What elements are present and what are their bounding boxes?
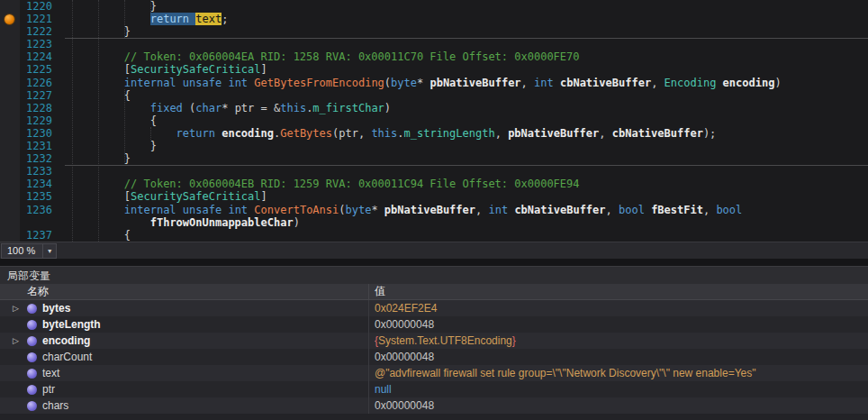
code-line[interactable]: 1222 } <box>0 25 868 38</box>
zoom-level-value: 100 % <box>2 244 42 258</box>
variable-value[interactable]: @"advfirewall firewall set rule group=\"… <box>369 365 868 381</box>
line-number: 1232 <box>20 152 52 165</box>
variable-name-cell: ▷encoding <box>0 333 369 349</box>
line-number: 1224 <box>20 50 52 63</box>
code-line[interactable]: 1232 } <box>0 152 868 165</box>
table-row[interactable]: ptrnull <box>0 381 868 397</box>
variable-icon <box>27 401 37 411</box>
code-line[interactable]: 1221 return text; <box>0 13 868 25</box>
code-line[interactable]: 1220 } <box>0 0 868 13</box>
column-header-name[interactable]: 名称 <box>0 284 369 299</box>
code-text: { <box>72 229 131 242</box>
variable-name: bytes <box>42 302 70 315</box>
variable-icon <box>27 369 37 379</box>
table-row[interactable]: ▷encoding{System.Text.UTF8Encoding} <box>0 333 868 349</box>
variable-icon <box>27 304 37 314</box>
column-header-value[interactable]: 值 <box>369 284 868 299</box>
code-text: [SecuritySafeCritical] <box>72 190 267 203</box>
code-line[interactable]: 1233 <box>0 165 868 178</box>
variable-name: encoding <box>42 334 90 347</box>
line-number: 1235 <box>20 190 52 203</box>
table-row[interactable]: byteLength0x00000048 <box>0 316 868 333</box>
table-row[interactable]: charCount0x00000048 <box>0 349 868 365</box>
code-text: internal unsafe int ConvertToAnsi(byte* … <box>72 204 742 216</box>
code-text: } <box>72 152 131 165</box>
table-row[interactable]: text@"advfirewall firewall set rule grou… <box>0 365 868 381</box>
code-text: } <box>72 140 157 152</box>
code-editor[interactable]: 1220 }1221 return text;1222 }12231224 //… <box>0 0 868 242</box>
variable-name: text <box>42 367 59 379</box>
code-line[interactable]: 1224 // Token: 0x060004EA RID: 1258 RVA:… <box>0 50 868 63</box>
code-lines: 1220 }1221 return text;1222 }12231224 //… <box>0 0 868 242</box>
code-text: return text; <box>72 13 228 25</box>
line-number: 1236 <box>20 204 52 216</box>
variable-icon <box>27 320 37 330</box>
code-line[interactable]: 1237 { <box>0 229 868 242</box>
expand-arrow-icon[interactable]: ▷ <box>13 300 27 316</box>
code-text: } <box>72 25 131 38</box>
line-number: 1229 <box>20 114 52 127</box>
code-text: { <box>72 114 157 127</box>
variable-name-cell: text <box>0 365 369 381</box>
member-separator <box>65 38 868 39</box>
line-number: 1220 <box>20 0 52 13</box>
line-number: 1228 <box>20 102 52 114</box>
code-line[interactable]: 1231 } <box>0 140 868 152</box>
variable-value[interactable]: null <box>369 381 868 397</box>
line-number: 1230 <box>20 127 52 140</box>
code-line[interactable]: 1226 internal unsafe int GetBytesFromEnc… <box>0 77 868 89</box>
code-text: internal unsafe int GetBytesFromEncoding… <box>72 77 782 89</box>
table-row[interactable]: chars0x00000048 <box>0 397 868 414</box>
panel-splitter[interactable] <box>0 259 868 266</box>
code-text: return encoding.GetBytes(ptr, this.m_str… <box>72 127 716 140</box>
bottom-filler <box>0 414 868 420</box>
expand-arrow-icon[interactable]: ▷ <box>13 333 27 349</box>
member-separator <box>65 165 868 166</box>
variable-name-cell: byteLength <box>0 316 369 333</box>
code-line[interactable]: 1234 // Token: 0x060004EB RID: 1259 RVA:… <box>0 178 868 190</box>
variable-value[interactable]: {System.Text.UTF8Encoding} <box>369 333 868 349</box>
variable-name: charCount <box>42 351 92 363</box>
zoom-level-dropdown[interactable]: 100 % ▼ <box>1 243 57 259</box>
variable-icon <box>27 336 37 346</box>
line-number: 1234 <box>20 178 52 190</box>
variable-value[interactable]: 0x024EF2E4 <box>369 300 868 316</box>
line-number: 1237 <box>20 229 52 242</box>
variable-value[interactable]: 0x00000048 <box>369 349 868 365</box>
locals-panel: 局部变量 名称 值 ▷bytes0x024EF2E4byteLength0x00… <box>0 266 868 420</box>
line-number: 1222 <box>20 25 52 38</box>
code-line[interactable]: fThrowOnUnmappableChar) <box>0 216 868 229</box>
code-line[interactable]: 1223 <box>0 38 868 50</box>
code-line[interactable]: 1236 internal unsafe int ConvertToAnsi(b… <box>0 204 868 216</box>
line-number: 1225 <box>20 63 52 76</box>
code-line[interactable]: 1235 [SecuritySafeCritical] <box>0 190 868 203</box>
chevron-down-icon[interactable]: ▼ <box>42 244 56 258</box>
editor-status-bar: 100 % ▼ <box>0 242 868 259</box>
locals-rows: ▷bytes0x024EF2E4byteLength0x00000048▷enc… <box>0 300 868 414</box>
variable-icon <box>27 352 37 362</box>
variable-value[interactable]: 0x00000048 <box>369 316 868 333</box>
variable-icon <box>27 385 37 395</box>
line-number <box>20 216 52 229</box>
code-text: fThrowOnUnmappableChar) <box>72 216 300 229</box>
variable-value[interactable]: 0x00000048 <box>369 397 868 414</box>
variable-name: chars <box>42 399 68 412</box>
code-text: { <box>72 89 131 102</box>
code-line[interactable]: 1227 { <box>0 89 868 102</box>
code-line[interactable]: 1228 fixed (char* ptr = &this.m_firstCha… <box>0 102 868 114</box>
variable-name: ptr <box>42 383 55 396</box>
line-number: 1221 <box>20 13 52 25</box>
code-line[interactable]: 1230 return encoding.GetBytes(ptr, this.… <box>0 127 868 140</box>
code-line[interactable]: 1229 { <box>0 114 868 127</box>
code-text: fixed (char* ptr = &this.m_firstChar) <box>72 102 391 114</box>
code-line[interactable]: 1225 [SecuritySafeCritical] <box>0 63 868 76</box>
locals-header-row: 名称 值 <box>0 284 868 300</box>
variable-name-cell: chars <box>0 397 369 414</box>
line-number: 1231 <box>20 140 52 152</box>
breakpoint-icon[interactable] <box>5 14 14 24</box>
code-text: // Token: 0x060004EB RID: 1259 RVA: 0x00… <box>72 178 580 190</box>
table-row[interactable]: ▷bytes0x024EF2E4 <box>0 300 868 316</box>
line-number: 1223 <box>20 38 52 50</box>
code-text: [SecuritySafeCritical] <box>72 63 267 76</box>
line-number: 1227 <box>20 89 52 102</box>
